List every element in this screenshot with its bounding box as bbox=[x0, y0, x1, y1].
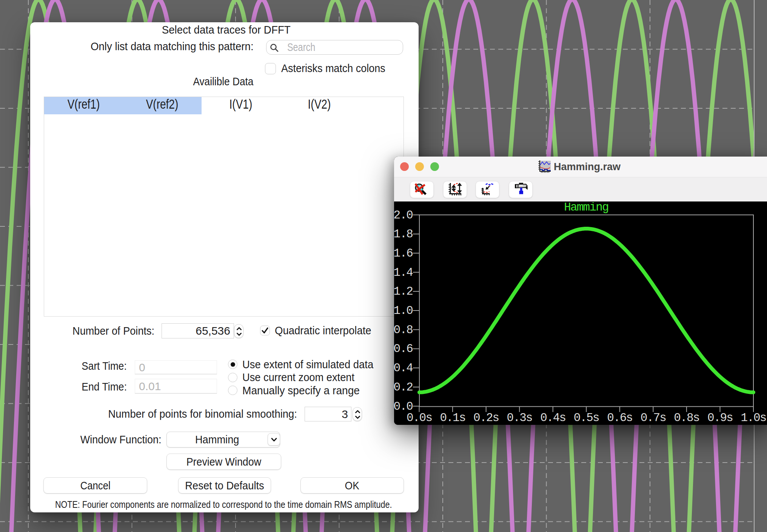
svg-text:0.0s: 0.0s bbox=[407, 411, 432, 424]
svg-text:0.1s: 0.1s bbox=[440, 411, 465, 424]
svg-text:0.6: 0.6 bbox=[394, 342, 413, 355]
svg-text:0.4s: 0.4s bbox=[540, 411, 565, 424]
svg-text:0.8s: 0.8s bbox=[674, 411, 699, 424]
svg-text:0.4: 0.4 bbox=[394, 361, 413, 375]
svg-text:1.0: 1.0 bbox=[394, 304, 413, 317]
svg-text:Hamming: Hamming bbox=[564, 202, 608, 214]
svg-text:1.2: 1.2 bbox=[394, 285, 413, 298]
svg-text:0.2s: 0.2s bbox=[473, 411, 499, 424]
svg-text:0.7s: 0.7s bbox=[641, 411, 666, 424]
svg-text:0.6s: 0.6s bbox=[607, 411, 632, 424]
svg-text:0.5s: 0.5s bbox=[574, 411, 599, 424]
svg-text:1.8: 1.8 bbox=[394, 228, 413, 241]
svg-text:1.0s: 1.0s bbox=[741, 411, 766, 424]
svg-text:0.9s: 0.9s bbox=[707, 411, 733, 424]
svg-text:0.8: 0.8 bbox=[394, 323, 413, 337]
svg-text:1.6: 1.6 bbox=[394, 247, 413, 260]
svg-text:1.4: 1.4 bbox=[394, 266, 413, 279]
svg-text:0.3s: 0.3s bbox=[507, 411, 532, 424]
svg-text:0.2: 0.2 bbox=[394, 381, 413, 394]
svg-text:2.0: 2.0 bbox=[394, 209, 413, 222]
